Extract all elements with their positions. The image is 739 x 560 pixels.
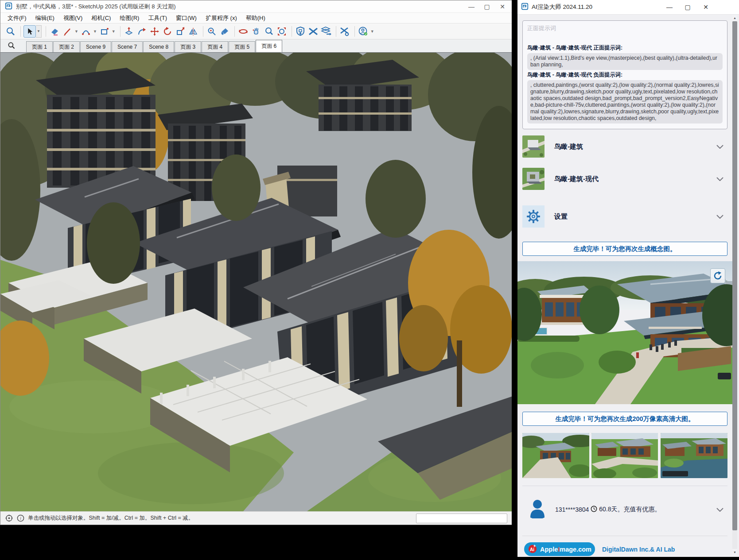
scroll-up-icon[interactable]: ▲: [732, 15, 737, 21]
rectangle-tool-icon[interactable]: [99, 26, 110, 37]
generate-concept-button[interactable]: 生成完毕！可为您再次生成概念图。: [522, 242, 727, 256]
villa-model-scene: [0, 53, 512, 511]
prompt-panel-label: 正面提示词: [527, 24, 723, 32]
chevron-down-icon[interactable]: [716, 212, 723, 220]
geolocation-icon[interactable]: [5, 514, 13, 522]
menu-draw[interactable]: 绘图(R): [115, 13, 144, 23]
scene-tab[interactable]: 页面 2: [53, 41, 80, 52]
refresh-render-button[interactable]: [710, 268, 725, 283]
pan-tool-icon[interactable]: [250, 26, 262, 37]
orbit-tool-icon[interactable]: [237, 26, 249, 37]
scene-tab[interactable]: Scene 9: [80, 41, 111, 52]
chevron-down-icon[interactable]: [716, 143, 723, 151]
line-tool-icon[interactable]: [62, 26, 73, 37]
eraser-tool-icon[interactable]: [49, 26, 60, 37]
extension-settings-icon[interactable]: [339, 26, 350, 37]
zoom-tool-icon[interactable]: [263, 26, 275, 37]
style-thumbnail-aerial[interactable]: [522, 135, 545, 158]
negative-prompt-text: , cluttered,paintings,(worst quality:2),…: [527, 80, 723, 124]
clock-icon: [591, 506, 597, 514]
search-scenes-icon[interactable]: [5, 39, 18, 52]
ai-close-icon[interactable]: ✕: [699, 1, 712, 13]
zoom-extents-icon[interactable]: [276, 26, 288, 37]
maximize-icon[interactable]: ▢: [479, 0, 494, 12]
scene-tab[interactable]: 页面 5: [229, 41, 255, 52]
scene-tab[interactable]: Scene 8: [143, 41, 174, 52]
chevron-down-icon[interactable]: [716, 506, 723, 514]
menu-help[interactable]: 帮助(H): [241, 13, 270, 23]
result-thumbnail-2[interactable]: [591, 433, 658, 478]
menu-window[interactable]: 窗口(W): [171, 13, 201, 23]
paint-bucket-tool-icon[interactable]: [219, 26, 230, 37]
ai-titlebar: AI渲染大师 2024.11.20 — ▢ ✕: [517, 0, 739, 15]
negative-prompt-header: 鸟瞰-建筑 - 鸟瞰-建筑-现代 负面提示词:: [527, 71, 723, 79]
layers-export-icon[interactable]: [320, 26, 332, 37]
style-row-aerial-modern[interactable]: 鸟瞰-建筑-现代: [522, 167, 727, 190]
menu-edit[interactable]: 编辑(E): [31, 13, 59, 23]
scene-tab[interactable]: Scene 7: [112, 41, 143, 52]
brand-text: AppleImage.com: [540, 546, 591, 553]
menu-camera[interactable]: 相机(C): [87, 13, 115, 23]
ai-maximize-icon[interactable]: ▢: [681, 1, 694, 13]
flip-tool-icon[interactable]: [187, 26, 199, 37]
svg-text:Ai: Ai: [530, 547, 534, 552]
scene-tab[interactable]: 页面 4: [202, 41, 228, 52]
ai-minimize-icon[interactable]: —: [663, 1, 676, 13]
select-arrow-icon[interactable]: [23, 25, 36, 38]
chevron-down-icon[interactable]: [716, 175, 723, 183]
scroll-down-icon[interactable]: ▼: [732, 549, 737, 556]
rendered-image[interactable]: [517, 261, 732, 404]
move-tool-icon[interactable]: [149, 26, 160, 37]
style-thumbnail-aerial-modern[interactable]: [522, 168, 545, 190]
toolbar: ▼ ▼ ▼ ▼: [0, 23, 512, 39]
rotate-tool-icon[interactable]: [162, 26, 173, 37]
ai-window-logo-icon: [521, 3, 529, 12]
partner-lab-link[interactable]: DigitalDawn Inc.& AI Lab: [602, 546, 675, 553]
follow-me-tool-icon[interactable]: [136, 26, 148, 37]
account-info: 131****3804 60.8天。充值有优惠。: [555, 506, 661, 514]
account-icon[interactable]: [358, 26, 369, 37]
style-row-aerial[interactable]: 鸟瞰-建筑: [522, 135, 727, 158]
settings-row[interactable]: 设置: [522, 205, 727, 228]
scrollbar[interactable]: ▲ ▼: [732, 15, 737, 556]
scene-tab-bar: 页面 1 页面 2 Scene 9 Scene 7 Scene 8 页面 3 页…: [0, 39, 512, 53]
measurements-input[interactable]: [416, 514, 507, 523]
gear-icon[interactable]: [522, 205, 545, 228]
model-viewport[interactable]: [0, 53, 512, 511]
account-dropdown-icon[interactable]: ▼: [370, 29, 374, 34]
generate-hd-button[interactable]: 生成完毕！可为您再次生成200万像素高清大图。: [522, 412, 727, 426]
appleimage-brand-link[interactable]: Ai AppleImage.com: [524, 542, 595, 556]
select-dropdown-icon[interactable]: ▼: [36, 25, 42, 38]
info-icon[interactable]: i: [16, 514, 24, 522]
arc-dropdown-icon[interactable]: ▼: [93, 29, 97, 34]
select-tool[interactable]: ▼: [23, 25, 42, 38]
result-thumbnail-1[interactable]: [522, 433, 589, 478]
status-bar: i 单击或拖动以选择对象。Shift = 加/减。Ctrl = 加。Shift …: [0, 511, 512, 525]
scale-tool-icon[interactable]: [175, 26, 186, 37]
scene-tab[interactable]: 页面 3: [175, 41, 201, 52]
menu-extensions[interactable]: 扩展程序 (x): [201, 13, 241, 23]
style-label: 鸟瞰-建筑: [554, 143, 583, 151]
line-dropdown-icon[interactable]: ▼: [74, 29, 78, 34]
zoom-select-icon[interactable]: [5, 26, 16, 37]
tape-measure-tool-icon[interactable]: [206, 26, 218, 37]
rectangle-dropdown-icon[interactable]: ▼: [112, 29, 116, 34]
solid-tools-icon[interactable]: [295, 26, 306, 37]
menu-tools[interactable]: 工具(T): [144, 13, 171, 23]
push-pull-tool-icon[interactable]: [123, 26, 135, 37]
arc-tool-icon[interactable]: [80, 26, 92, 37]
result-thumbnails: [522, 433, 727, 478]
scene-tab[interactable]: 页面 1: [26, 41, 53, 52]
account-row[interactable]: 131****3804 60.8天。充值有优惠。: [522, 496, 727, 523]
status-hint: 单击或拖动以选择对象。Shift = 加/减。Ctrl = 加。Shift + …: [28, 514, 194, 522]
divider: [522, 536, 727, 536]
result-thumbnail-3[interactable]: [661, 433, 727, 478]
scrollbar-thumb[interactable]: [732, 21, 737, 530]
footer-bar: Ai AppleImage.com DigitalDawn Inc.& AI L…: [522, 541, 727, 557]
menu-file[interactable]: 文件(F): [3, 13, 31, 23]
menu-view[interactable]: 视图(V): [59, 13, 87, 23]
close-icon[interactable]: ✕: [495, 0, 510, 12]
minimize-icon[interactable]: —: [464, 0, 479, 12]
flip-along-icon[interactable]: [307, 26, 319, 37]
scene-tab-active[interactable]: 页面 6: [256, 40, 282, 52]
